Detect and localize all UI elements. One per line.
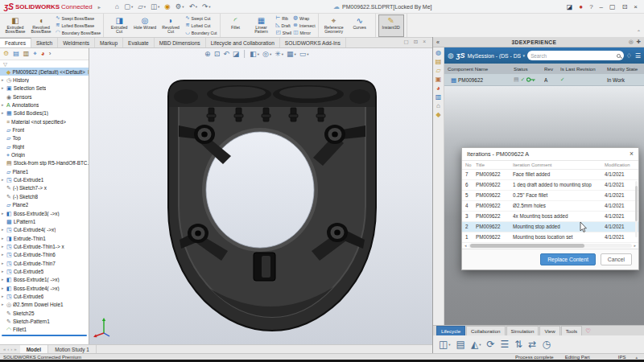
tree-item-plane-right[interactable]: ▱Right — [0, 142, 89, 150]
shell-button[interactable]: ◰Shell — [276, 30, 292, 36]
hole-wizard-button[interactable]: ◎Hole Wizard — [132, 14, 158, 37]
section-view-button[interactable]: ◪ — [233, 51, 240, 58]
panel-tab-collaboration[interactable]: Collaboration — [466, 326, 505, 335]
design-library-icon[interactable]: ▤ — [436, 59, 442, 65]
propertymanager-tab-icon[interactable]: ▤ — [13, 51, 19, 57]
graphics-viewport[interactable]: ⊕⊡↶◪◧▾◎▾✳▾▦▾▭▾ — [89, 48, 432, 344]
command-search-icon[interactable]: ◪ — [567, 3, 573, 10]
3dexperience-pane-icon[interactable]: ◍ — [436, 50, 441, 56]
tree-item-sketch-pattern1[interactable]: ✎Sketch-Pattern1 — [0, 317, 89, 325]
list-view-button[interactable]: ☰ — [501, 339, 510, 349]
session-table-row[interactable]: ▦ PM009622 ▤ ✓ A ✓ In Work — [444, 74, 644, 86]
wrap-button[interactable]: ◍Wrap — [293, 15, 315, 22]
tree-item-boss-extrude4[interactable]: ▸◧Boss-Extrude4( ->x) — [0, 284, 89, 292]
iteration-row[interactable]: 3PM0096224x Mounting boss added4/1/2021 — [462, 212, 638, 222]
column-header-status[interactable]: Status — [514, 66, 544, 72]
options-button[interactable]: ⚙▾ — [174, 1, 186, 13]
tab-solidworks-add-ins[interactable]: SOLIDWORKS Add-Ins — [280, 38, 346, 47]
column-header-is-last-revision[interactable]: Is Last Revision — [560, 66, 607, 72]
mirror-button[interactable]: ◫Mirror — [293, 30, 315, 36]
swept-cut-button[interactable]: ∿Swept Cut — [185, 15, 217, 22]
column-header-rev[interactable]: Rev — [544, 66, 560, 72]
tree-item-cut-extrude4[interactable]: ▸◳Cut-Extrude4( ->x) — [0, 226, 89, 234]
chevron-down-icon[interactable]: ▾ — [523, 53, 526, 58]
zoom-to-fit-button[interactable]: ⊕ — [204, 51, 211, 58]
update-button[interactable]: ⟳ — [486, 339, 494, 349]
curves-button[interactable]: ∿Curves — [347, 14, 373, 37]
configurationmanager-tab-icon[interactable]: ▥ — [23, 51, 30, 57]
replace-content-button[interactable]: Replace Content — [540, 253, 596, 265]
panel-options-icon[interactable]: ◎ — [629, 39, 634, 45]
dialog-horizontal-scrollbar[interactable]: ◂ ▸ — [462, 243, 638, 249]
scrollbar-thumb[interactable] — [470, 244, 584, 248]
pack-and-go-icon[interactable]: ◆ — [436, 112, 440, 118]
column-header-component-name[interactable]: Component Name — [448, 66, 514, 72]
iteration-row[interactable]: 1PM009622Mounting boss location set4/1/2… — [462, 232, 638, 243]
view-settings-button[interactable]: ✳▾ — [275, 51, 283, 58]
lifecycle-actions-button[interactable]: ◫▾ — [439, 339, 451, 349]
history-button[interactable]: ◷ — [542, 339, 550, 349]
revolved-boss-base-button[interactable]: ◖Revolved Boss/Base — [28, 14, 54, 37]
view-monitor-button[interactable]: ▭▾ — [299, 51, 309, 58]
scroll-right-icon[interactable]: ▸ — [634, 243, 636, 248]
zoom-to-area-button[interactable]: ⊡ — [214, 51, 221, 58]
home-button[interactable]: ⌂ — [114, 1, 121, 13]
draft-button[interactable]: ◺Draft — [276, 23, 292, 29]
tree-item-cut-extrude-thin1[interactable]: ▸◳Cut-Extrude-Thin1-> x — [0, 242, 89, 250]
minimize-icon[interactable]: – — [600, 3, 603, 10]
dialog-column-title[interactable]: Title — [476, 162, 513, 167]
open-button[interactable]: ▱▾ — [136, 1, 147, 13]
restore-icon[interactable]: ▢ — [609, 3, 616, 10]
menu-icon[interactable]: ☰ — [635, 52, 641, 60]
lofted-cut-button[interactable]: ≋Lofted Cut — [185, 23, 217, 29]
extruded-cut-button[interactable]: ◨Extruded Cut — [106, 14, 132, 37]
insert-component-button[interactable]: ⇅ — [514, 339, 522, 349]
tree-item-history[interactable]: ▸◷History — [0, 76, 89, 84]
swept-boss-base-button[interactable]: ∿Swept Boss/Base — [56, 15, 101, 22]
model-3d-view[interactable] — [89, 48, 432, 344]
boundary-boss-base-button[interactable]: ◠Boundary Boss/Base — [56, 30, 101, 36]
iteration-row[interactable]: 2PM009622Mounting stop added4/1/2021 — [462, 222, 638, 232]
panel-pin-icon[interactable]: ✚ — [637, 39, 641, 45]
tree-item-selection-sets[interactable]: ▸▣Selection Sets — [0, 84, 89, 93]
model-tab-model[interactable]: Model — [20, 345, 48, 353]
tab-weldments[interactable]: Weldments — [58, 38, 95, 47]
tab-evaluate[interactable]: Evaluate — [123, 38, 155, 47]
close-icon[interactable]: × — [630, 150, 634, 158]
tab-mbd-dimensions[interactable]: MBD Dimensions — [155, 38, 206, 47]
rib-button[interactable]: ⊢Rib — [276, 15, 292, 22]
tree-item-sketch7[interactable]: ✎(-) Sketch7-> x — [0, 184, 89, 192]
favorite-heart-icon[interactable]: ♡ — [585, 326, 591, 335]
tab-overflow-icon[interactable]: › — [49, 51, 52, 57]
search-icon[interactable] — [617, 54, 621, 58]
tag-icon[interactable]: ♢ — [626, 52, 632, 60]
tab-nav-icon[interactable]: « — [3, 347, 6, 352]
tree-filter[interactable]: ▽ — [0, 60, 89, 68]
instant3d-button[interactable]: ✎Instant3D — [378, 14, 404, 37]
replace-component-button[interactable]: ⇄ — [528, 339, 536, 349]
tree-item-plane-front[interactable]: ▱Front — [0, 125, 89, 134]
dialog-column-iteration-comment[interactable]: Iteration Comment — [513, 162, 605, 167]
tree-item-plane2[interactable]: ▱Plane2 — [0, 201, 89, 209]
compass-icon[interactable]: ◍ — [448, 51, 454, 60]
tab-nav-icon[interactable]: › — [10, 347, 12, 352]
tab-nav-icon[interactable]: ‹ — [7, 347, 9, 352]
extruded-boss-base-button[interactable]: ◧Extruded Boss/Base — [2, 14, 28, 37]
tree-item-part-root[interactable]: ◆PM009622 (Default) <<Default>_Phot... — [0, 68, 89, 76]
tab-nav-icon[interactable]: » — [14, 347, 16, 352]
intersect-button[interactable]: ⊗Intersect — [293, 23, 315, 29]
model-tab-motion-study-1[interactable]: Motion Study 1 — [48, 345, 97, 353]
solidworks-resources-icon[interactable]: ⌂ — [436, 103, 440, 109]
view-palette-icon[interactable]: ▣ — [436, 76, 442, 83]
tab-sketch[interactable]: Sketch — [31, 38, 58, 47]
dialog-vertical-scrollbar[interactable] — [635, 181, 638, 237]
tree-item-lpattern1[interactable]: ▩LPattern1 — [0, 217, 89, 225]
tree-item-annotations[interactable]: ▸AAnnotations — [0, 101, 89, 109]
reference-geometry-button[interactable]: ⌖Reference Geometry — [321, 14, 347, 37]
previous-view-button[interactable]: ↶ — [223, 51, 229, 58]
tab-lifecycle-and-collaboration[interactable]: Lifecycle and Collaboration — [206, 38, 280, 47]
tree-item-material[interactable]: ≡Material <not specified> — [0, 117, 89, 125]
column-header-maturity-state[interactable]: Maturity State — [607, 66, 644, 72]
tree-item-cut-extrude-thin7[interactable]: ▸◳Cut-Extrude-Thin7 — [0, 259, 89, 267]
apply-scene-button[interactable]: ▦▾ — [287, 51, 296, 58]
